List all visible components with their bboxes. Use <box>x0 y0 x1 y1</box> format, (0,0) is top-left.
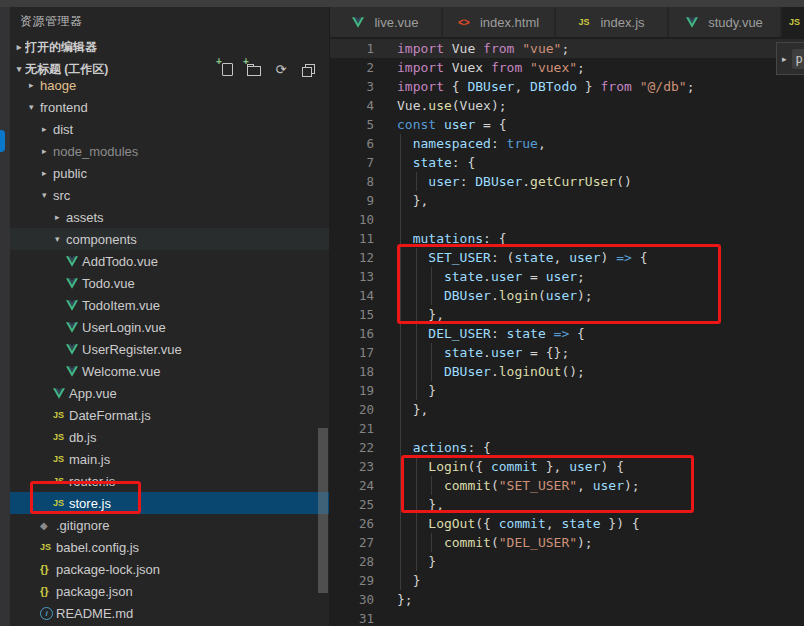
code-line-30[interactable]: 30}; <box>330 590 804 609</box>
tree-item-AddTodo.vue[interactable]: AddTodo.vue <box>10 250 329 272</box>
tree-item-DateFormat.js[interactable]: JSDateFormat.js <box>10 404 329 426</box>
code-line-12[interactable]: 12 SET_USER: (state, user) => { <box>330 248 804 267</box>
code-line-26[interactable]: 26 LogOut({ commit, state }) { <box>330 514 804 533</box>
code-line-19[interactable]: 19 } <box>330 381 804 400</box>
tree-item-label: frontend <box>40 100 88 115</box>
tree-item-label: README.md <box>56 606 133 621</box>
tab-partial[interactable]: JS <box>782 7 804 37</box>
collapse-all-icon[interactable] <box>300 61 316 77</box>
refresh-icon[interactable]: ⟳ <box>273 61 289 77</box>
line-number: 11 <box>330 229 374 248</box>
tree-item-.gitignore[interactable]: ◆.gitignore <box>10 514 329 536</box>
tree-item-main.js[interactable]: JSmain.js <box>10 448 329 470</box>
section-header-0[interactable]: ▸打开的编辑器 <box>10 36 329 58</box>
code-line-20[interactable]: 20 }, <box>330 400 804 419</box>
tab-index.html[interactable]: <>index.html <box>443 7 556 37</box>
indent-guide <box>416 381 417 400</box>
tree-item-store.js[interactable]: JSstore.js <box>10 492 329 514</box>
tree-item-frontend[interactable]: ▾frontend <box>10 96 329 118</box>
code-line-2[interactable]: 2import Vuex from "vuex"; <box>330 58 804 77</box>
indent-guide <box>416 267 417 286</box>
code-text: LogOut({ commit, state }) { <box>397 514 640 533</box>
code-line-21[interactable]: 21 <box>330 419 804 438</box>
code-line-27[interactable]: 27 commit("DEL_USER"); <box>330 533 804 552</box>
tree-item-UserRegister.vue[interactable]: UserRegister.vue <box>10 338 329 360</box>
sidebar-scrollbar-thumb[interactable] <box>318 428 328 593</box>
indent-guide <box>416 552 417 571</box>
indent-guide <box>400 476 401 495</box>
tree-item-TodoItem.vue[interactable]: TodoItem.vue <box>10 294 329 316</box>
code-line-18[interactable]: 18 DBUser.loginOut(); <box>330 362 804 381</box>
code-line-9[interactable]: 9 }, <box>330 191 804 210</box>
code-line-31[interactable]: 31 <box>330 609 804 626</box>
line-number: 29 <box>330 571 374 590</box>
activity-bar-sliver <box>0 7 10 626</box>
line-number: 31 <box>330 609 374 626</box>
code-line-6[interactable]: 6 namespaced: true, <box>330 134 804 153</box>
tree-item-label: UserRegister.vue <box>82 342 182 357</box>
code-text: state.user = user; <box>397 267 585 286</box>
code-line-24[interactable]: 24 commit("SET_USER", user); <box>330 476 804 495</box>
tree-item-Todo.vue[interactable]: Todo.vue <box>10 272 329 294</box>
code-line-5[interactable]: 5const user = { <box>330 115 804 134</box>
tree-item-label: public <box>53 166 87 181</box>
tree-item-src[interactable]: ▾src <box>10 184 329 206</box>
code-line-15[interactable]: 15 }, <box>330 305 804 324</box>
line-number: 5 <box>330 115 374 134</box>
tab-live.vue[interactable]: live.vue <box>330 7 443 37</box>
line-number: 12 <box>330 248 374 267</box>
indent-guide <box>416 305 417 324</box>
js-icon: JS <box>40 542 56 552</box>
code-line-3[interactable]: 3import { DBUser, DBTodo } from "@/db"; <box>330 77 804 96</box>
code-line-10[interactable]: 10 <box>330 210 804 229</box>
new-file-icon[interactable]: + <box>219 61 235 77</box>
tab-study.vue[interactable]: study.vue <box>669 7 782 37</box>
code-line-28[interactable]: 28 } <box>330 552 804 571</box>
code-text: Login({ commit }, user) { <box>397 457 624 476</box>
vue-icon <box>66 300 82 311</box>
code-line-1[interactable]: 1import Vue from "vue"; <box>330 39 804 58</box>
tree-item-label: AddTodo.vue <box>82 254 158 269</box>
tree-item-components[interactable]: ▾components <box>10 228 329 250</box>
code-line-14[interactable]: 14 DBUser.login(user); <box>330 286 804 305</box>
code-line-23[interactable]: 23 Login({ commit }, user) { <box>330 457 804 476</box>
indent-guide <box>400 191 401 210</box>
tree-item-README.md[interactable]: iREADME.md <box>10 602 329 624</box>
code-line-4[interactable]: 4Vue.use(Vuex); <box>330 96 804 115</box>
indent-guide <box>431 533 432 552</box>
indent-guide <box>400 381 401 400</box>
code-line-13[interactable]: 13 state.user = user; <box>330 267 804 286</box>
code-text: SET_USER: (state, user) => { <box>397 248 648 267</box>
code-text: mutations: { <box>397 229 507 248</box>
vue-icon <box>66 344 82 355</box>
tree-item-node_modules[interactable]: ▸node_modules <box>10 140 329 162</box>
tree-item-App.vue[interactable]: App.vue <box>10 382 329 404</box>
new-folder-icon[interactable]: + <box>246 61 262 77</box>
code-editor[interactable]: 1import Vue from "vue";2import Vuex from… <box>330 37 804 626</box>
tree-item-Welcome.vue[interactable]: Welcome.vue <box>10 360 329 382</box>
tree-item-db.js[interactable]: JSdb.js <box>10 426 329 448</box>
tree-item-router.is[interactable]: JSrouter.is <box>10 470 329 492</box>
code-line-8[interactable]: 8 user: DBUser.getCurrUser() <box>330 172 804 191</box>
code-line-17[interactable]: 17 state.user = {}; <box>330 343 804 362</box>
code-line-22[interactable]: 22 actions: { <box>330 438 804 457</box>
code-line-16[interactable]: 16 DEL_USER: state => { <box>330 324 804 343</box>
code-line-29[interactable]: 29 } <box>330 571 804 590</box>
tree-item-package.json[interactable]: {}package.json <box>10 580 329 602</box>
tree-item-dist[interactable]: ▸dist <box>10 118 329 140</box>
floating-widget[interactable]: ▸ p <box>776 42 804 75</box>
code-line-7[interactable]: 7 state: { <box>330 153 804 172</box>
tree-item-UserLogin.vue[interactable]: UserLogin.vue <box>10 316 329 338</box>
line-number: 20 <box>330 400 374 419</box>
tree-item-assets[interactable]: ▸assets <box>10 206 329 228</box>
vue-icon <box>66 322 82 333</box>
js-icon: JS <box>53 410 69 420</box>
code-line-25[interactable]: 25 }, <box>330 495 804 514</box>
tree-item-package-lock.json[interactable]: {}package-lock.json <box>10 558 329 580</box>
tab-index.js[interactable]: JSindex.js <box>556 7 669 37</box>
tree-item-public[interactable]: ▸public <box>10 162 329 184</box>
tree-item-haoge[interactable]: ▸haoge <box>10 80 329 96</box>
tree-item-babel.config.js[interactable]: JSbabel.config.js <box>10 536 329 558</box>
code-line-11[interactable]: 11 mutations: { <box>330 229 804 248</box>
section-header-1[interactable]: ▾无标题 (工作区)++⟳ <box>10 58 329 80</box>
